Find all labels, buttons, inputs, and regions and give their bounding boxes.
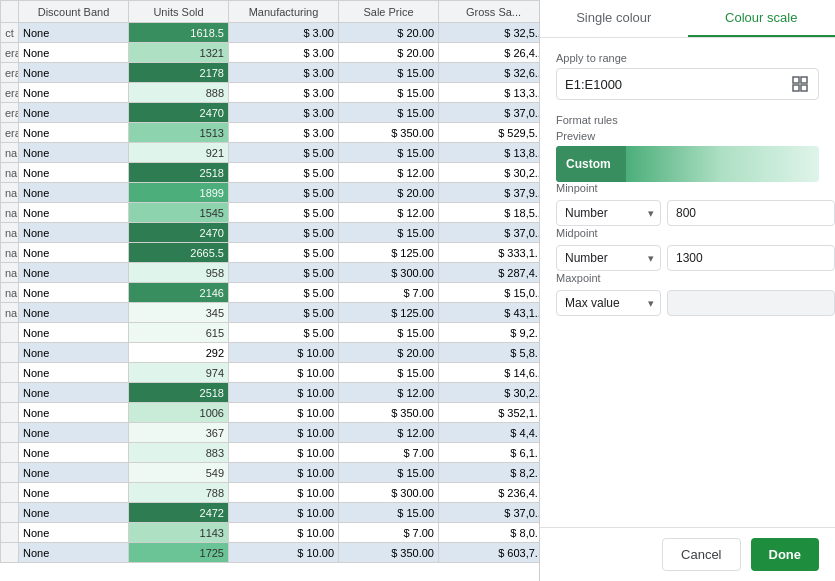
table-row: $ 15.00 [339, 63, 439, 83]
minpoint-row: Number Percent Percentile Min value ▾ [556, 199, 819, 227]
row-label: na [1, 183, 19, 203]
table-row: $ 3.00 [229, 23, 339, 43]
range-input[interactable] [565, 77, 782, 92]
table-row: $ 529,5... [439, 123, 541, 143]
row-label [1, 463, 19, 483]
svg-rect-1 [801, 77, 807, 83]
table-row: $ 10.00 [229, 463, 339, 483]
table-row: 615 [129, 323, 229, 343]
table-row: None [19, 423, 129, 443]
table-row: $ 12.00 [339, 203, 439, 223]
table-row: $ 3.00 [229, 103, 339, 123]
minpoint-label: Minpoint [556, 182, 819, 194]
col-header-e: Units Sold [129, 1, 229, 23]
table-row: $ 10.00 [229, 423, 339, 443]
data-table: Discount Band Units Sold Manufacturing S… [0, 0, 540, 563]
table-row: None [19, 323, 129, 343]
maxpoint-section: Maxpoint Max value Number Percent Percen… [556, 272, 819, 317]
table-row: 1618.5 [129, 23, 229, 43]
table-row: None [19, 43, 129, 63]
minpoint-section: Minpoint Number Percent Percentile Min v… [556, 182, 819, 227]
table-row: None [19, 483, 129, 503]
table-row: $ 8,2... [439, 463, 541, 483]
table-row: $ 10.00 [229, 363, 339, 383]
row-label: na [1, 203, 19, 223]
table-row: $ 9,2... [439, 323, 541, 343]
table-row: 1513 [129, 123, 229, 143]
table-row: 1006 [129, 403, 229, 423]
cancel-button[interactable]: Cancel [662, 538, 740, 571]
table-row: 2178 [129, 63, 229, 83]
table-row: $ 300.00 [339, 263, 439, 283]
table-row: $ 5.00 [229, 283, 339, 303]
table-row: 1321 [129, 43, 229, 63]
svg-rect-3 [801, 85, 807, 91]
table-row: $ 30,2... [439, 383, 541, 403]
table-row: $ 7.00 [339, 443, 439, 463]
table-row: $ 10.00 [229, 383, 339, 403]
tab-single-colour[interactable]: Single colour [540, 0, 688, 37]
table-row: $ 333,1... [439, 243, 541, 263]
table-row: None [19, 163, 129, 183]
table-row: 1899 [129, 183, 229, 203]
minpoint-value-input[interactable] [667, 200, 835, 226]
table-row: $ 7.00 [339, 523, 439, 543]
midpoint-section: Midpoint Number Percent Percentile None [556, 227, 819, 272]
maxpoint-type-wrap: Max value Number Percent Percentile [556, 290, 661, 316]
table-row: $ 13,3... [439, 83, 541, 103]
maxpoint-value-input[interactable] [667, 290, 835, 316]
table-row: $ 125.00 [339, 303, 439, 323]
table-row: None [19, 443, 129, 463]
minpoint-type-select[interactable]: Number Percent Percentile Min value [556, 200, 661, 226]
row-label [1, 383, 19, 403]
done-button[interactable]: Done [751, 538, 820, 571]
table-row: $ 3.00 [229, 43, 339, 63]
col-header-f: Manufacturing [229, 1, 339, 23]
table-row: 345 [129, 303, 229, 323]
table-row: $ 5.00 [229, 143, 339, 163]
table-row: $ 15.00 [339, 363, 439, 383]
table-row: $ 12.00 [339, 423, 439, 443]
row-label [1, 523, 19, 543]
col-header-d: Discount Band [19, 1, 129, 23]
table-row: 958 [129, 263, 229, 283]
table-row: $ 5.00 [229, 203, 339, 223]
svg-rect-0 [793, 77, 799, 83]
row-label: era [1, 63, 19, 83]
grid-select-icon[interactable] [790, 74, 810, 94]
table-row: $ 350.00 [339, 403, 439, 423]
table-row: 1143 [129, 523, 229, 543]
tab-colour-scale[interactable]: Colour scale [688, 0, 836, 37]
table-row: $ 37,0... [439, 103, 541, 123]
table-row: None [19, 143, 129, 163]
table-row: None [19, 543, 129, 563]
col-header-g: Sale Price [339, 1, 439, 23]
table-row: $ 15.00 [339, 83, 439, 103]
table-row: $ 4,4... [439, 423, 541, 443]
table-row: 292 [129, 343, 229, 363]
spreadsheet-panel: Discount Band Units Sold Manufacturing S… [0, 0, 540, 581]
table-row: $ 12.00 [339, 163, 439, 183]
midpoint-type-select[interactable]: Number Percent Percentile None [556, 245, 661, 271]
table-row: 1725 [129, 543, 229, 563]
row-label [1, 483, 19, 503]
table-row: 2146 [129, 283, 229, 303]
table-row: $ 20.00 [339, 43, 439, 63]
row-label: na [1, 163, 19, 183]
table-row: $ 350.00 [339, 543, 439, 563]
range-row [556, 68, 819, 100]
table-row: $ 5.00 [229, 223, 339, 243]
table-row: 788 [129, 483, 229, 503]
table-row: $ 352,1... [439, 403, 541, 423]
table-row: $ 30,2... [439, 163, 541, 183]
table-row: 888 [129, 83, 229, 103]
maxpoint-row: Max value Number Percent Percentile ▾ [556, 289, 819, 317]
table-row: 2518 [129, 383, 229, 403]
row-label: na [1, 303, 19, 323]
midpoint-value-input[interactable] [667, 245, 835, 271]
table-row: None [19, 523, 129, 543]
table-row: $ 15.00 [339, 103, 439, 123]
table-row: None [19, 503, 129, 523]
table-row: $ 15.00 [339, 463, 439, 483]
maxpoint-type-select[interactable]: Max value Number Percent Percentile [556, 290, 661, 316]
